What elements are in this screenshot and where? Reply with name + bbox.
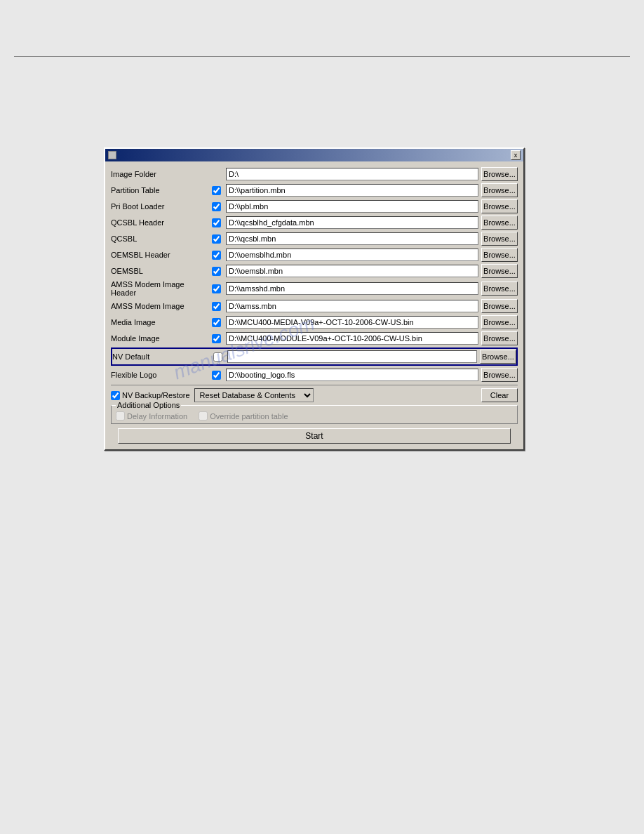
- path-cell-module-image: [226, 332, 478, 345]
- browse-button-media-image[interactable]: Browse...: [481, 315, 518, 329]
- row-partition-table: Partition TableBrowse...: [111, 183, 518, 197]
- title-bar-icon: [108, 151, 116, 159]
- row-qcsbl: QCSBLBrowse...: [111, 232, 518, 246]
- checkbox-cell-amss-modem-image-header: [209, 284, 223, 293]
- checkbox-flexible-logo[interactable]: [212, 371, 221, 380]
- close-button[interactable]: x: [511, 150, 521, 160]
- checkbox-cell-nv-default: [210, 352, 224, 362]
- path-input-qcsbl[interactable]: [226, 232, 478, 245]
- checkbox-nv-default[interactable]: [213, 352, 222, 362]
- checkbox-module-image[interactable]: [212, 334, 221, 343]
- start-button-row: Start: [111, 428, 518, 444]
- title-bar: x: [105, 149, 523, 161]
- checkbox-qcsbl[interactable]: [212, 234, 221, 244]
- label-flexible-logo: Flexible Logo: [111, 371, 209, 379]
- row-module-image: Module ImageBrowse...: [111, 331, 518, 345]
- label-partition-table: Partition Table: [111, 186, 209, 194]
- browse-button-module-image[interactable]: Browse...: [481, 331, 518, 345]
- nv-backup-label: NV Backup/Restore: [122, 391, 190, 399]
- path-cell-partition-table: [226, 184, 478, 197]
- path-input-qcsbl-header[interactable]: [226, 216, 478, 229]
- path-input-amss-modem-image-header[interactable]: [226, 282, 478, 295]
- checkbox-cell-qcsbl: [209, 234, 223, 244]
- label-qcsbl-header: QCSBL Header: [111, 218, 209, 227]
- checkbox-partition-table[interactable]: [212, 186, 221, 195]
- nv-backup-dropdown[interactable]: Reset Database & ContentsBackupRestore: [194, 388, 314, 402]
- nv-backup-row: NV Backup/Restore Reset Database & Conte…: [111, 388, 518, 402]
- checkbox-amss-modem-image[interactable]: [212, 302, 221, 311]
- browse-button-qcsbl[interactable]: Browse...: [481, 232, 518, 246]
- delay-info-checkbox[interactable]: [116, 411, 125, 421]
- label-media-image: Media Image: [111, 318, 209, 326]
- row-amss-modem-image-header: AMSS Modem Image HeaderBrowse...: [111, 280, 518, 297]
- path-input-nv-default[interactable]: [227, 350, 477, 363]
- path-cell-media-image: [226, 316, 478, 329]
- path-input-flexible-logo[interactable]: [226, 369, 478, 381]
- row-oemsbl: OEMSBLBrowse...: [111, 264, 518, 278]
- label-module-image: Module Image: [111, 334, 209, 343]
- label-oemsbl-header: OEMSBL Header: [111, 251, 209, 259]
- additional-options-label: Additional Options: [116, 401, 181, 409]
- checkbox-qcsbl-header[interactable]: [212, 218, 221, 227]
- path-cell-qcsbl: [226, 232, 478, 245]
- checkbox-pri-boot-loader[interactable]: [212, 202, 221, 211]
- path-cell-nv-default: [227, 350, 477, 363]
- path-cell-image-folder: [226, 168, 478, 180]
- row-oemsbl-header: OEMSBL HeaderBrowse...: [111, 248, 518, 262]
- browse-button-oemsbl[interactable]: Browse...: [481, 264, 518, 278]
- browse-button-amss-modem-image[interactable]: Browse...: [481, 299, 518, 313]
- additional-options-row: Delay Information Override partition tab…: [116, 411, 513, 421]
- checkbox-cell-module-image: [209, 334, 223, 343]
- label-image-folder: Image Folder: [111, 170, 209, 178]
- clear-button[interactable]: Clear: [481, 388, 518, 402]
- path-input-oemsbl-header[interactable]: [226, 249, 478, 261]
- row-amss-modem-image: AMSS Modem ImageBrowse...: [111, 299, 518, 313]
- label-oemsbl: OEMSBL: [111, 267, 209, 275]
- checkbox-cell-partition-table: [209, 186, 223, 195]
- row-nv-default: NV DefaultBrowse...: [111, 348, 518, 366]
- path-input-pri-boot-loader[interactable]: [226, 200, 478, 213]
- main-dialog: x Image FolderBrowse...Partition TableBr…: [104, 147, 525, 451]
- row-image-folder: Image FolderBrowse...: [111, 167, 518, 181]
- override-partition-item: Override partition table: [199, 411, 288, 421]
- browse-button-qcsbl-header[interactable]: Browse...: [481, 216, 518, 230]
- top-divider: [14, 56, 630, 57]
- label-nv-default: NV Default: [112, 352, 210, 361]
- nv-backup-checkbox[interactable]: [111, 391, 120, 400]
- checkbox-oemsbl-header[interactable]: [212, 251, 221, 260]
- browse-button-pri-boot-loader[interactable]: Browse...: [481, 199, 518, 213]
- checkbox-cell-flexible-logo: [209, 371, 223, 380]
- start-button[interactable]: Start: [118, 428, 511, 444]
- row-pri-boot-loader: Pri Boot LoaderBrowse...: [111, 199, 518, 213]
- row-media-image: Media ImageBrowse...: [111, 315, 518, 329]
- browse-button-partition-table[interactable]: Browse...: [481, 183, 518, 197]
- checkbox-cell-pri-boot-loader: [209, 202, 223, 211]
- path-input-partition-table[interactable]: [226, 184, 478, 197]
- path-input-media-image[interactable]: [226, 316, 478, 329]
- path-input-amss-modem-image[interactable]: [226, 300, 478, 312]
- path-cell-pri-boot-loader: [226, 200, 478, 213]
- label-amss-modem-image-header: AMSS Modem Image Header: [111, 280, 209, 297]
- row-flexible-logo: Flexible LogoBrowse...: [111, 368, 518, 382]
- row-qcsbl-header: QCSBL HeaderBrowse...: [111, 216, 518, 230]
- path-input-module-image[interactable]: [226, 332, 478, 345]
- path-cell-oemsbl-header: [226, 249, 478, 261]
- path-cell-amss-modem-image-header: [226, 282, 478, 295]
- path-input-oemsbl[interactable]: [226, 265, 478, 277]
- label-amss-modem-image: AMSS Modem Image: [111, 302, 209, 310]
- checkbox-cell-media-image: [209, 318, 223, 327]
- path-cell-amss-modem-image: [226, 300, 478, 312]
- separator-1: [111, 385, 518, 385]
- browse-button-oemsbl-header[interactable]: Browse...: [481, 248, 518, 262]
- checkbox-oemsbl[interactable]: [212, 267, 221, 276]
- override-partition-label: Override partition table: [210, 412, 288, 421]
- override-partition-checkbox[interactable]: [199, 411, 208, 421]
- browse-button-amss-modem-image-header[interactable]: Browse...: [481, 282, 518, 296]
- checkbox-media-image[interactable]: [212, 318, 221, 327]
- path-cell-flexible-logo: [226, 369, 478, 381]
- browse-button-flexible-logo[interactable]: Browse...: [481, 368, 518, 382]
- browse-button-nv-default[interactable]: Browse...: [480, 350, 516, 364]
- browse-button-image-folder[interactable]: Browse...: [481, 167, 518, 181]
- checkbox-amss-modem-image-header[interactable]: [212, 284, 221, 293]
- path-input-image-folder[interactable]: [226, 168, 478, 180]
